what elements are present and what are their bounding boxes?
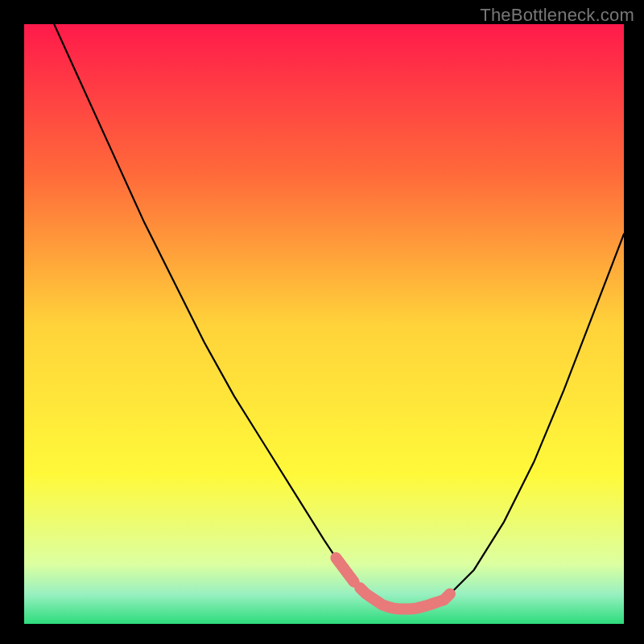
chart-frame: TheBottleneck.com [0,0,644,644]
bottleneck-chart [0,0,644,644]
gradient-background [24,24,624,624]
